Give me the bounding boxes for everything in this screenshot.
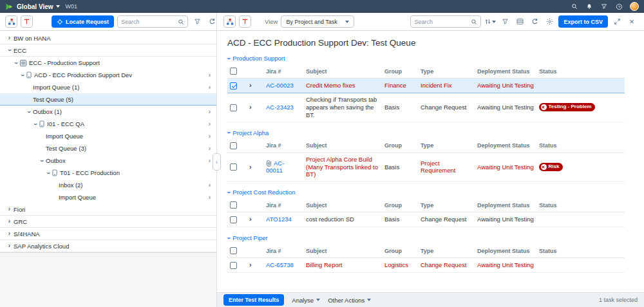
analyse-menu-button[interactable]: Analyse (292, 297, 320, 304)
sidebar-item-outbox[interactable]: ›Outbox› (0, 154, 216, 167)
row-checkbox[interactable] (230, 82, 237, 89)
sort-button[interactable] (484, 18, 496, 25)
filter-icon[interactable] (191, 16, 203, 28)
other-actions-menu-button[interactable]: Other Actions (328, 297, 371, 304)
navigate-right-icon[interactable]: › (209, 108, 211, 115)
chevron-right-icon[interactable]: › (249, 103, 252, 111)
navigate-right-icon[interactable]: › (209, 194, 211, 201)
select-all-checkbox[interactable] (230, 201, 237, 209)
expand-icon[interactable]: › (5, 243, 14, 249)
sidebar-item-i01-ecc-qa[interactable]: ›I01 - ECC QA› (0, 118, 216, 130)
task-view-button[interactable] (21, 15, 33, 28)
collapse-icon[interactable]: › (32, 120, 39, 128)
navigate-right-icon[interactable]: › (209, 157, 211, 164)
search-icon[interactable] (471, 19, 477, 25)
expand-icon[interactable]: › (5, 218, 14, 225)
expand-icon[interactable]: › (5, 230, 14, 237)
navigate-right-icon[interactable]: › (209, 145, 211, 152)
navigate-right-icon[interactable]: › (209, 84, 211, 91)
navigate-right-icon[interactable]: › (209, 120, 211, 127)
collapse-icon[interactable]: › (39, 156, 45, 165)
sidebar-item-bw-on-hana[interactable]: ›BW on HANA (0, 32, 216, 44)
collapse-icon[interactable]: › (13, 59, 19, 67)
sidebar-item-test-queue-3[interactable]: Test Queue (3)› (0, 142, 216, 154)
avatar[interactable] (630, 2, 639, 11)
sidebar-item-acd-ecc-production-support-dev[interactable]: ›ACD - ECC Production Support Dev› (0, 69, 216, 81)
table-row[interactable]: ›AC-00011Project Alpha Core Build (Many … (227, 153, 625, 181)
sidebar-item-fiori[interactable]: ›Fiori (0, 203, 216, 216)
enter-test-results-button[interactable]: Enter Test Results (223, 294, 284, 306)
quick-filter-icon[interactable] (598, 1, 610, 12)
filter-icon[interactable] (499, 16, 511, 28)
close-icon[interactable]: × (626, 16, 638, 28)
table-search-input[interactable] (414, 19, 468, 25)
sidebar-item-test-queue-5[interactable]: Test Queue (5) (0, 93, 216, 106)
chevron-right-icon[interactable]: › (249, 261, 252, 268)
help-icon[interactable]: ? (613, 1, 625, 12)
section-toggle[interactable]: ›Project Cost Reduction (227, 185, 625, 199)
collapse-icon[interactable]: › (19, 71, 26, 79)
sidebar-item-import-queue[interactable]: Import Queue› (0, 191, 216, 203)
sidebar-item-import-queue-1[interactable]: Import Queue (1)› (0, 81, 216, 93)
row-checkbox[interactable] (230, 262, 237, 269)
row-checkbox[interactable] (230, 163, 237, 171)
navigate-right-icon[interactable]: › (209, 181, 211, 189)
settings-gear-icon[interactable] (544, 16, 555, 28)
chevron-right-icon[interactable]: › (249, 81, 252, 89)
sidebar-item-grc[interactable]: ›GRC (0, 216, 216, 228)
sidebar-item-t01-ecc-production[interactable]: ›T01 - ECC Production (0, 167, 216, 179)
section-toggle[interactable]: ›Project Piper (227, 231, 625, 245)
select-all-checkbox[interactable] (230, 142, 237, 149)
refresh-icon[interactable] (206, 16, 218, 28)
attachment-icon (266, 160, 272, 167)
table-row[interactable]: ›ATO1234cost reduction SDBasisChange Req… (227, 212, 625, 227)
row-checkbox[interactable] (230, 216, 237, 223)
refresh-icon[interactable] (529, 16, 540, 28)
table-row[interactable]: ›AC-65738Billing ReportLogisticsChange R… (227, 258, 625, 273)
sidebar-item-ecc[interactable]: ›ECC (0, 44, 216, 57)
jira-link[interactable]: AC-23423 (266, 104, 294, 111)
sidebar-collapse-handle[interactable]: ‹ (213, 153, 221, 171)
hierarchy-view-button[interactable] (223, 15, 236, 28)
jira-link[interactable]: AC-65738 (266, 261, 294, 268)
navigate-right-icon[interactable]: › (209, 71, 211, 79)
table-row[interactable]: ›AC-00023Credit Memo fixesFinanceInciden… (227, 79, 625, 93)
sidebar-item-sap-analytics-cloud[interactable]: ›SAP Analytics Cloud (0, 240, 216, 252)
sidebar-item-import-queue[interactable]: Import Queue› (0, 130, 216, 142)
collapse-icon[interactable]: › (26, 107, 32, 116)
table-settings-icon[interactable] (514, 16, 526, 28)
select-all-checkbox[interactable] (230, 68, 237, 75)
collapse-icon[interactable]: › (6, 46, 13, 55)
section-toggle[interactable]: ›Production Support (227, 51, 625, 65)
sidebar-item-ecc-production-support[interactable]: ›ECC - Production Support (0, 57, 216, 69)
sidebar-item-label: I01 - ECC QA (47, 120, 84, 127)
task-view-button[interactable] (239, 15, 251, 28)
sidebar-search-input[interactable] (121, 19, 175, 25)
search-icon[interactable] (178, 19, 184, 25)
bell-icon[interactable] (583, 1, 595, 12)
view-select[interactable]: By Project and Task (281, 15, 354, 28)
workspace-selector[interactable]: Global View (17, 3, 60, 10)
table-row[interactable]: ›AC-23423Checking if Transports tab appe… (227, 93, 625, 122)
expand-icon[interactable]: › (5, 35, 14, 41)
chevron-right-icon[interactable]: › (249, 215, 252, 223)
sidebar-item-inbox-2[interactable]: Inbox (2)› (0, 179, 216, 191)
select-all-checkbox[interactable] (230, 247, 237, 254)
search-icon[interactable] (569, 1, 580, 12)
jira-link[interactable]: ATO1234 (266, 216, 292, 223)
chevron-right-icon[interactable]: › (249, 163, 252, 171)
locate-request-button[interactable]: Locate Request (52, 15, 114, 28)
expand-icon[interactable]: › (5, 206, 14, 212)
sidebar-item-s-4hana[interactable]: ›S/4HANA (0, 228, 216, 240)
export-csv-button[interactable]: Export to CSV (558, 15, 608, 28)
hierarchy-view-button[interactable] (5, 15, 17, 28)
collapse-icon[interactable]: › (45, 169, 52, 177)
navigate-right-icon[interactable]: › (209, 133, 211, 140)
fullscreen-icon[interactable] (611, 16, 623, 28)
type-cell: Change Request (418, 258, 475, 273)
row-checkbox[interactable] (230, 104, 237, 111)
section-toggle[interactable]: ›Project Alpha (227, 126, 625, 140)
section-project-piper: ›Project PiperJira #SubjectGroupTypeDepl… (227, 231, 625, 273)
jira-link[interactable]: AC-00023 (266, 82, 294, 89)
sidebar-item-outbox-1[interactable]: ›Outbox (1)› (0, 106, 216, 118)
